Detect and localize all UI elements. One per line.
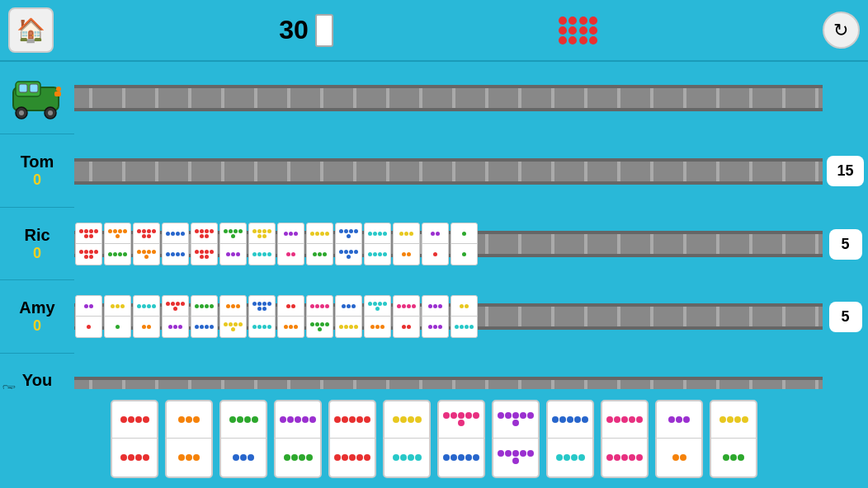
dot [465,454,472,461]
domino [393,223,420,265]
dot [375,325,380,329]
dot [89,255,93,259]
domino[interactable] [111,400,158,478]
domino-bottom-half [276,439,320,476]
ric-domino-row [74,208,823,280]
dot [210,304,214,308]
dot [116,234,120,238]
dot [142,229,146,233]
dot [342,416,348,423]
dot [325,322,329,326]
domino [277,295,304,338]
dot [567,416,573,423]
dot [79,229,83,233]
dot [512,458,519,464]
home-button[interactable]: 🏠 [8,7,54,53]
dot [176,232,180,236]
domino-top-half [384,401,429,439]
refresh-button[interactable]: ↻ [823,12,860,49]
dot [89,304,93,308]
dot [210,250,214,254]
domino-bottom-half [134,244,159,265]
dot [727,416,734,423]
dot [236,304,240,308]
dot [291,304,295,308]
tom-player-row: Tom 0 [0,134,74,207]
dot [226,304,230,308]
domino-bottom-half [307,317,333,337]
score-display: 30 [279,14,333,47]
dot [181,302,185,306]
domino[interactable] [546,400,594,478]
dot [284,232,288,236]
domino-bottom-half [307,244,333,265]
dot [512,420,519,426]
domino[interactable] [492,400,540,478]
domino-bottom-half [105,244,130,265]
domino[interactable] [274,400,322,478]
domino [104,223,131,265]
domino [422,223,449,265]
domino[interactable] [601,400,649,478]
train-badge [823,62,868,134]
dot [205,255,209,259]
domino[interactable] [710,400,757,478]
dot [347,255,351,259]
domino[interactable] [165,400,213,478]
domino-top-half [105,223,130,244]
dot [356,454,363,461]
dot [323,252,327,256]
domino-top-half [422,296,448,317]
domino [191,295,218,338]
dot [84,255,88,259]
dot [231,252,235,256]
domino [219,223,247,265]
domino[interactable] [437,400,485,478]
dot [436,232,440,236]
domino-bottom-half [493,439,538,476]
dot [123,252,127,256]
dot [309,416,316,423]
domino-top-half [249,223,275,244]
dot [356,416,363,423]
dot [364,454,370,461]
dot [334,416,341,423]
dot [579,16,587,25]
dot [142,304,146,308]
dot [579,36,587,45]
domino-top-half [134,296,159,317]
dot [286,252,290,256]
domino[interactable] [383,400,431,478]
dot [233,454,239,461]
dot [286,304,290,308]
dot [589,26,597,35]
domino-top-half [220,296,246,317]
dot [460,325,464,329]
domino[interactable] [655,400,703,478]
dot [176,302,180,306]
dot [407,252,411,256]
dot [568,36,577,45]
dot [291,454,298,461]
dot [118,229,122,233]
dot [147,234,151,238]
dot [378,232,382,236]
dot [120,304,125,308]
dot [137,304,141,308]
dot [257,252,262,256]
dot [465,325,469,329]
domino[interactable] [328,400,376,478]
tom-badge-score: 15 [827,156,863,186]
domino-top-half [365,223,390,244]
dot [152,304,156,308]
domino [393,295,420,338]
domino[interactable] [219,400,267,478]
dot [527,450,534,457]
dot [614,416,620,423]
domino-top-half [336,223,361,244]
dot [193,454,200,461]
dot [166,302,170,306]
domino [306,295,333,338]
dot [428,304,432,308]
domino-bottom-half [249,244,275,265]
